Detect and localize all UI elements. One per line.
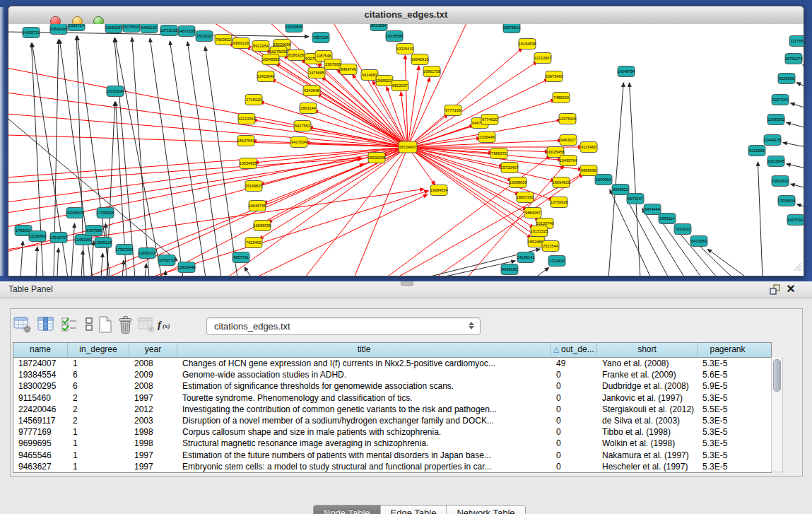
float-panel-icon[interactable] [769, 284, 781, 295]
close-panel-icon[interactable]: ✕ [784, 282, 797, 296]
graph-node[interactable]: 20891406 [50, 24, 68, 35]
tab-node-table[interactable]: Node Table [314, 506, 381, 514]
graph-node[interactable]: 17957253 [116, 245, 134, 255]
graph-node[interactable]: 11675342 [787, 215, 804, 226]
table-row[interactable]: 2242004622012Investigating the contribut… [13, 404, 771, 415]
graph-node[interactable]: 10654955 [240, 158, 257, 169]
column-header-name[interactable]: name [13, 343, 68, 357]
graph-node[interactable]: 16151525 [531, 226, 548, 237]
graph-node[interactable]: 7986372 [490, 148, 507, 159]
graph-node[interactable]: 3475685 [308, 68, 325, 78]
graph-node[interactable]: 14136141 [517, 252, 535, 263]
graph-node[interactable]: 19384554 [430, 185, 448, 196]
graph-node[interactable]: 7857224 [312, 33, 329, 43]
graph-node[interactable]: 12213967 [534, 53, 552, 64]
graph-node[interactable]: 1733426 [548, 256, 565, 267]
table-row[interactable]: 946362711997Embryonic stem cells: a mode… [13, 461, 771, 472]
graph-node[interactable]: 15166825 [245, 181, 263, 192]
resize-grip-icon[interactable] [791, 260, 802, 274]
graph-node[interactable]: 8938923 [612, 185, 629, 195]
new-column-icon[interactable] [96, 315, 114, 334]
graph-node[interactable]: 2718120 [245, 95, 262, 105]
graph-node[interactable]: 17016504 [778, 196, 796, 206]
graph-node[interactable]: 18807293 [517, 192, 534, 203]
tab-network-table[interactable]: Network Table [447, 506, 524, 514]
graph-node[interactable]: 8471683 [690, 236, 707, 247]
graph-node[interactable]: 1640954 [595, 175, 612, 185]
graph-node[interactable]: 9960129 [233, 38, 249, 49]
graph-node[interactable]: 13342757 [50, 233, 68, 243]
column-header-out_de[interactable]: △out_de... [551, 343, 597, 357]
graph-node[interactable]: 9227343 [772, 95, 789, 105]
graph-node[interactable]: 16640910 [411, 54, 429, 65]
column-header-short[interactable]: short [597, 343, 698, 357]
table-row[interactable]: 911546021997Tourette syndrome. Phenomeno… [13, 392, 771, 404]
graph-node[interactable]: 20876821 [503, 24, 521, 33]
window-titlebar[interactable]: citations_edges.txt [8, 6, 804, 25]
table-row[interactable]: 1872400712008Changes of HCN gene express… [13, 358, 771, 369]
column-header-in_degree[interactable]: in_degree [68, 343, 129, 357]
graph-node[interactable]: 15751074 [785, 54, 803, 64]
graph-node[interactable]: 17359928 [97, 208, 114, 218]
graph-node[interactable]: 16033809 [286, 24, 303, 33]
graph-node[interactable]: 16648784 [618, 66, 635, 77]
graph-node[interactable]: 11156889 [29, 231, 46, 242]
graph-node[interactable]: 1117558 [789, 36, 804, 47]
delete-column-icon[interactable] [116, 315, 134, 334]
table-row[interactable]: 1456911722003Disruption of a novel membe… [13, 415, 771, 426]
graph-node[interactable]: 10958107 [139, 248, 156, 259]
show-columns-icon[interactable] [37, 315, 55, 334]
table-row[interactable]: 969969511998Structural magnetic resonanc… [13, 438, 771, 449]
graph-node[interactable]: 20973493 [546, 71, 563, 82]
graph-node[interactable]: 9115460 [580, 142, 597, 153]
graph-node[interactable]: 9884067 [524, 208, 541, 218]
graph-node[interactable]: 9215955 [748, 146, 765, 156]
graph-node[interactable]: 7615526 [196, 31, 213, 42]
graph-node[interactable]: 15685201 [376, 76, 394, 86]
table-row[interactable]: 946554611997Estimation of the future num… [13, 450, 771, 461]
graph-node[interactable]: 14671358 [178, 26, 196, 37]
graph-node[interactable]: 6466163 [141, 24, 158, 33]
graph-node[interactable]: 10653287 [105, 24, 123, 33]
graph-node[interactable]: 12923448 [178, 262, 196, 273]
graph-node[interactable]: 2803144 [300, 103, 317, 114]
graph-node[interactable]: 9899695 [580, 165, 597, 176]
graph-node[interactable]: 2083714 [68, 24, 85, 31]
graph-node[interactable]: 7625402 [245, 238, 262, 248]
graph-node[interactable]: 16099395 [254, 221, 271, 231]
column-header-year[interactable]: year [129, 343, 177, 357]
graph-node[interactable]: 2336448 [478, 132, 495, 143]
graph-node[interactable]: 2935114 [659, 214, 676, 224]
graph-node[interactable]: 9529966 [778, 74, 795, 84]
graph-node[interactable]: 12975115 [559, 114, 576, 124]
graph-node[interactable]: 12505123 [95, 238, 112, 248]
graph-node[interactable]: 16154838 [519, 39, 536, 49]
graph-node[interactable]: 15720407 [501, 163, 519, 173]
graph-hub-node[interactable]: 18724007 [399, 141, 417, 153]
graph-node[interactable]: 7663822 [215, 35, 232, 45]
graph-node[interactable]: 20153346 [107, 86, 124, 97]
graph-node[interactable]: 19495764 [560, 156, 577, 166]
scrollbar-thumb[interactable] [773, 359, 781, 392]
graph-node[interactable]: 8822037 [392, 81, 408, 91]
graph-node[interactable]: 16543382 [262, 54, 280, 65]
function-icon[interactable]: f(x) [157, 315, 175, 334]
graph-node[interactable]: 9463627 [560, 135, 577, 146]
graph-node[interactable]: 19654923 [553, 177, 570, 188]
column-header-title[interactable]: title [177, 343, 551, 357]
graph-node[interactable]: 9242848 [303, 86, 320, 96]
table-chooser-dropdown[interactable]: citations_edges.txt [206, 317, 481, 335]
row-selection-icon[interactable] [60, 315, 78, 334]
graph-node[interactable]: 10756928 [551, 197, 568, 208]
column-header-pagerank[interactable]: pagerank [698, 343, 758, 357]
graph-node[interactable]: 2367608 [324, 59, 341, 70]
graph-node[interactable]: 22420046 [257, 71, 275, 82]
table-row[interactable]: 977716911998Corpus callosum shape and si… [13, 426, 771, 438]
graph-node[interactable]: 9474444 [644, 204, 661, 215]
graph-node[interactable]: 8912954 [252, 41, 269, 52]
graph-node[interactable]: 12213363 [238, 114, 256, 124]
graph-node[interactable]: 9417004 [290, 137, 307, 148]
graph-node[interactable]: 14055712 [23, 28, 40, 38]
graph-node[interactable]: 8186328 [288, 50, 305, 61]
graph-node[interactable]: 20206505 [66, 208, 84, 218]
